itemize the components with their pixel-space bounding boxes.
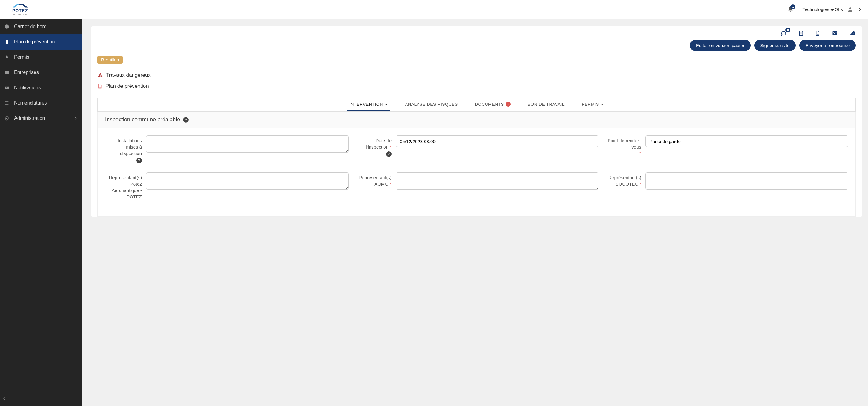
pdf-export-button[interactable]: PDF <box>815 30 820 37</box>
sidebar-collapse-button[interactable] <box>0 394 82 404</box>
status-badge: Brouillon <box>97 56 123 64</box>
form-body: Installations mises à disposition ? Date… <box>98 128 856 216</box>
sidebar-item-prevention-plan[interactable]: Plan de prévention <box>0 34 82 50</box>
logo-text: POTEZ <box>12 8 28 13</box>
sidebar-item-dashboard[interactable]: Carnet de bord <box>0 19 82 34</box>
alert-icon: i <box>506 102 511 107</box>
rep-aqmo-label: Représentant(s) AQMO * <box>355 173 392 187</box>
id-card-icon <box>4 70 10 75</box>
installations-group: Installations mises à disposition ? <box>105 135 349 163</box>
tab-documents[interactable]: DOCUMENTS i <box>472 98 513 111</box>
document-icon <box>4 39 10 44</box>
sidebar-item-label: Nomenclatures <box>14 100 47 106</box>
prevention-plan-label: Plan de prévention <box>105 83 149 89</box>
dangerous-work-flag: Travaux dangereux <box>91 70 862 81</box>
sidebar: Carnet de bord Plan de prévention Permis… <box>0 19 82 406</box>
pdf-icon: PDF <box>97 84 102 89</box>
header-right: 1 Technologies e-Obs <box>787 6 862 13</box>
sidebar-item-nomenclatures[interactable]: Nomenclatures <box>0 95 82 111</box>
email-button[interactable] <box>831 31 838 36</box>
toolbar: 0 PDF <box>91 30 862 40</box>
dropdown-icon: ▼ <box>385 103 388 106</box>
svg-point-3 <box>6 118 7 119</box>
required-marker: * <box>640 181 641 187</box>
user-name: Technologies e-Obs <box>802 7 843 12</box>
gear-icon <box>4 116 10 121</box>
sidebar-item-notifications[interactable]: Notifications <box>0 80 82 95</box>
sidebar-item-label: Entreprises <box>14 70 39 75</box>
tab-work-order[interactable]: BON DE TRAVAIL <box>525 98 567 111</box>
logo[interactable]: POTEZ aéronautique <box>12 4 28 15</box>
pdf-icon: PDF <box>815 30 820 37</box>
tool-icons: 0 PDF <box>779 30 856 37</box>
tabs: INTERVENTION ▼ ANALYSE DES RISQUES DOCUM… <box>97 98 856 112</box>
notification-count-badge: 1 <box>790 4 795 9</box>
svg-text:PDF: PDF <box>99 87 102 88</box>
sidebar-item-administration[interactable]: Administration <box>0 111 82 126</box>
sidebar-item-companies[interactable]: Entreprises <box>0 65 82 80</box>
edit-paper-button[interactable]: Editer en version papier <box>690 40 750 51</box>
sidebar-item-label: Plan de prévention <box>14 39 55 44</box>
rep-aqmo-group: Représentant(s) AQMO * <box>355 173 598 200</box>
rep-socotec-label: Représentant(s) SOCOTEC * <box>604 173 641 187</box>
rep-socotec-group: Représentant(s) SOCOTEC * <box>604 173 848 200</box>
chevron-right-icon[interactable] <box>858 6 862 12</box>
form-row: Installations mises à disposition ? Date… <box>105 135 848 163</box>
envelope-icon <box>4 85 10 90</box>
svg-rect-2 <box>5 71 8 74</box>
sign-onsite-button[interactable]: Signer sur site <box>754 40 796 51</box>
help-icon[interactable]: ? <box>183 117 189 123</box>
sidebar-item-label: Permis <box>14 55 29 60</box>
meeting-point-input[interactable] <box>646 135 848 147</box>
main-content: 0 PDF Editer <box>82 19 868 406</box>
chevron-right-icon <box>74 116 77 121</box>
rep-socotec-input[interactable] <box>646 173 848 190</box>
dangerous-work-label: Travaux dangereux <box>106 72 151 78</box>
dropdown-icon: ▼ <box>601 103 604 106</box>
status-row: Brouillon <box>91 56 862 70</box>
inspection-date-input[interactable] <box>396 135 598 147</box>
tab-label: ANALYSE DES RISQUES <box>405 102 458 107</box>
content-card: 0 PDF Editer <box>91 26 862 217</box>
prevention-plan-flag: PDF Plan de prévention <box>91 81 862 92</box>
rep-potez-input[interactable] <box>146 173 349 190</box>
archive-icon <box>798 30 804 37</box>
fire-icon <box>4 55 10 60</box>
required-marker: * <box>390 181 392 187</box>
divider <box>798 6 798 13</box>
app-header: POTEZ aéronautique 1 Technologies e-Obs <box>0 0 868 19</box>
meeting-point-group: Point de rendez-vous* <box>604 135 848 163</box>
inspection-section: Inspection commune préalable ? Installat… <box>97 112 856 217</box>
sidebar-item-label: Notifications <box>14 85 41 91</box>
section-header: Inspection commune préalable ? <box>98 112 856 128</box>
help-icon[interactable]: ? <box>386 151 392 157</box>
notifications-button[interactable]: 1 <box>787 6 794 13</box>
warning-icon <box>97 72 103 78</box>
comment-count-badge: 0 <box>785 28 790 32</box>
user-icon[interactable] <box>847 6 853 12</box>
sign-button[interactable] <box>849 30 856 36</box>
send-company-button[interactable]: Envoyer a l'entreprise <box>799 40 856 51</box>
archive-button[interactable] <box>798 30 804 37</box>
inspection-date-group: Date de l'inspection * ? <box>355 135 598 163</box>
installations-input[interactable] <box>146 135 349 153</box>
tab-permits[interactable]: PERMIS ▼ <box>579 98 607 111</box>
tab-risk-analysis[interactable]: ANALYSE DES RISQUES <box>403 98 460 111</box>
section-title: Inspection commune préalable <box>105 117 180 123</box>
sidebar-item-label: Carnet de bord <box>14 24 47 29</box>
signature-icon <box>849 30 856 36</box>
sidebar-item-permits[interactable]: Permis <box>0 50 82 65</box>
list-icon <box>4 101 10 105</box>
tab-label: DOCUMENTS <box>475 102 504 107</box>
envelope-icon <box>831 31 838 36</box>
svg-point-0 <box>849 7 851 9</box>
inspection-date-label: Date de l'inspection * ? <box>355 135 392 157</box>
tab-label: PERMIS <box>582 102 599 107</box>
logo-subtext: aéronautique <box>13 13 27 15</box>
comments-button[interactable]: 0 <box>779 30 787 37</box>
rep-aqmo-input[interactable] <box>396 173 598 190</box>
tab-intervention[interactable]: INTERVENTION ▼ <box>347 98 390 111</box>
dashboard-icon <box>4 24 10 29</box>
required-marker: * <box>390 144 392 150</box>
help-icon[interactable]: ? <box>136 158 142 163</box>
